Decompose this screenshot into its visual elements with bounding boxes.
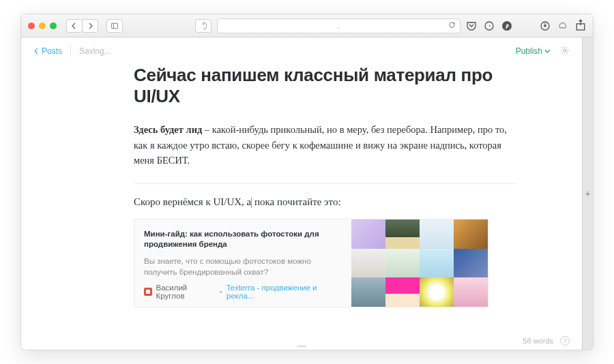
publish-button[interactable]: Publish [516, 46, 551, 56]
minimize-window-button[interactable] [39, 22, 46, 29]
new-tab-button[interactable]: + [582, 37, 593, 350]
editor-footer: 58 words ? [523, 336, 570, 346]
post-title[interactable]: Сейчас напишем классный материал про UI/… [134, 65, 516, 107]
nav-forward-button[interactable] [82, 19, 98, 33]
save-status: Saving... [79, 46, 111, 56]
card-source: Texterra - продвижение и рекла... [226, 284, 342, 300]
thumb-7 [420, 249, 454, 278]
toolbar-extensions [466, 20, 512, 31]
reader-button[interactable] [195, 19, 211, 33]
card-meta: Василий Круглов • Texterra - продвижение… [144, 284, 342, 300]
back-label: Posts [42, 46, 62, 56]
thumb-8 [454, 249, 488, 278]
pinterest-icon[interactable] [501, 20, 512, 31]
thumb-9 [351, 277, 385, 307]
publish-label: Publish [516, 46, 542, 56]
chevron-left-icon [33, 48, 39, 55]
thumb-5 [351, 249, 385, 278]
svg-point-6 [564, 49, 566, 52]
settings-button[interactable] [560, 46, 570, 57]
editor-topbar: Posts Saving... Publish [21, 37, 582, 65]
window-controls [28, 22, 57, 29]
card-text: Мини-гайд: как использовать фотостоки дл… [134, 219, 351, 307]
sidebar-toggle-button[interactable] [106, 19, 123, 33]
gear-icon [560, 46, 570, 55]
card-thumbnails [351, 219, 488, 307]
card-favicon [144, 288, 152, 296]
browser-window: . Posts Saving... P [20, 14, 594, 350]
thumb-2 [385, 219, 420, 249]
chevron-down-icon [544, 49, 551, 53]
cloud-icon[interactable] [557, 20, 568, 31]
svg-rect-0 [111, 23, 117, 29]
toolbar-right [540, 20, 586, 31]
zoom-window-button[interactable] [50, 22, 57, 29]
card-author: Василий Круглов [156, 284, 216, 300]
address-bar[interactable]: . [217, 18, 460, 33]
thumb-1 [351, 219, 385, 249]
card-separator: • [220, 288, 222, 296]
thumb-4 [454, 219, 488, 249]
bookmark-card[interactable]: Мини-гайд: как использовать фотостоки дл… [134, 219, 488, 307]
thumb-6 [385, 249, 420, 278]
post-body-line[interactable]: Скоро вернёмся к UI/UX, а пока почитайте… [134, 196, 516, 208]
resize-handle[interactable] [297, 346, 306, 347]
content-divider [134, 183, 516, 184]
reload-icon[interactable] [448, 21, 456, 30]
downloads-icon[interactable] [540, 20, 551, 31]
close-window-button[interactable] [28, 22, 35, 29]
back-to-posts-link[interactable]: Posts [33, 46, 62, 56]
url-text: . [338, 22, 340, 30]
thumb-12 [454, 277, 488, 307]
editor-content[interactable]: Сейчас напишем классный материал про UI/… [21, 65, 582, 350]
topbar-divider [70, 46, 71, 57]
help-button[interactable]: ? [560, 336, 570, 346]
word-count: 58 words [523, 337, 553, 345]
share-icon[interactable] [575, 20, 586, 31]
card-title: Мини-гайд: как использовать фотостоки дл… [144, 229, 342, 250]
thumb-3 [420, 219, 454, 249]
pocket-icon[interactable] [466, 20, 477, 31]
nav-back-forward [66, 19, 98, 33]
thumb-10 [385, 277, 420, 307]
lead-strong: Здесь будет лид [134, 124, 202, 135]
browser-toolbar: . [21, 14, 593, 37]
card-description: Вы знаете, что с помощью фотостоков можн… [144, 256, 342, 277]
thumb-11 [420, 277, 454, 307]
extension-icon[interactable] [484, 20, 495, 31]
nav-back-button[interactable] [66, 19, 83, 33]
post-lead[interactable]: Здесь будет лид – какой-нибудь прикольны… [134, 122, 516, 168]
